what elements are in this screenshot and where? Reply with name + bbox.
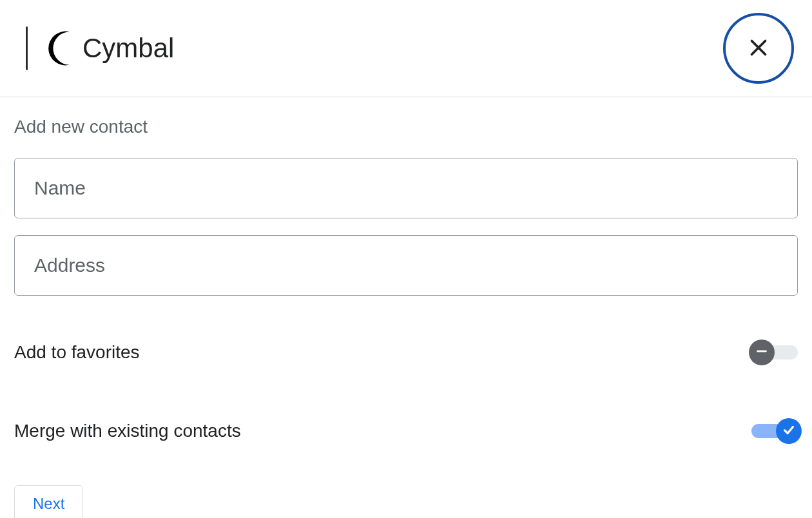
toggle-thumb	[749, 340, 775, 365]
address-field[interactable]	[14, 235, 798, 296]
check-icon	[782, 423, 796, 439]
minus-icon	[755, 344, 769, 361]
close-icon	[747, 36, 770, 61]
merge-row: Merge with existing contacts	[14, 421, 798, 441]
favorites-toggle[interactable]	[751, 344, 798, 361]
name-field[interactable]	[14, 158, 798, 218]
favorites-label: Add to favorites	[14, 342, 140, 363]
header: Cymbal	[0, 0, 812, 97]
cymbal-logo-icon	[21, 23, 72, 74]
close-button[interactable]	[723, 13, 794, 84]
merge-label: Merge with existing contacts	[14, 421, 241, 441]
next-button[interactable]: Next	[14, 485, 83, 518]
favorites-row: Add to favorites	[14, 342, 798, 363]
form-title: Add new contact	[14, 117, 798, 137]
content: Add new contact Add to favorites Merge w…	[0, 97, 812, 518]
brand: Cymbal	[21, 23, 174, 74]
merge-toggle[interactable]	[751, 423, 798, 439]
toggle-thumb	[776, 418, 802, 444]
brand-title: Cymbal	[82, 33, 174, 64]
